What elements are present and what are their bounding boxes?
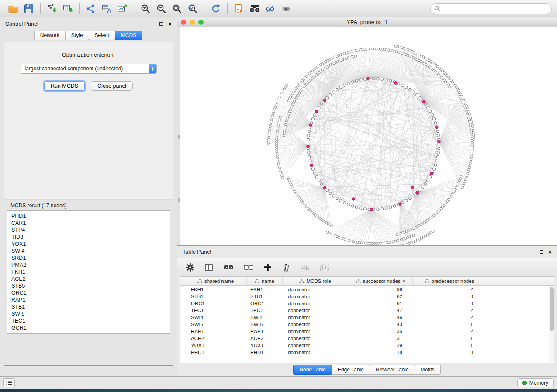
column-header-successor-nodes[interactable]: successor nodes▾ — [348, 277, 413, 285]
toolbar-separator — [79, 3, 80, 14]
mcds-result-item[interactable]: SRD1 — [7, 254, 170, 261]
network-window-titlebar[interactable]: YPA_prune.txt_1 — [177, 17, 557, 27]
column-header-predecessor-nodes[interactable]: predecessor nodes — [413, 277, 486, 285]
cell-predecessor-nodes: 0 — [413, 300, 486, 307]
tab-network-table[interactable]: Network Table — [370, 365, 415, 375]
mcds-result-item[interactable]: SWI4 — [7, 248, 170, 254]
table-row[interactable]: PHD1PHD1dominator180 — [180, 349, 554, 356]
import-network-icon[interactable] — [44, 2, 60, 15]
tab-select[interactable]: Select — [89, 31, 115, 40]
cell-shared-name: YOX1 — [185, 342, 247, 349]
table-row[interactable]: ORC1ORC1dominator610 — [180, 300, 554, 307]
gear-icon[interactable] — [186, 261, 194, 274]
memory-button[interactable]: Memory — [517, 378, 554, 387]
table-row[interactable]: TEC1TEC1connector472 — [180, 307, 554, 314]
close-window-icon[interactable] — [181, 20, 186, 25]
mcds-result-item[interactable]: ACE2 — [7, 275, 170, 282]
scrollbar-thumb[interactable] — [550, 287, 554, 331]
select-all-icon[interactable] — [224, 261, 233, 274]
table-row[interactable]: SWI4SWI4dominator462 — [180, 314, 554, 321]
new-network-icon[interactable] — [83, 2, 99, 15]
add-icon[interactable] — [264, 261, 272, 274]
mcds-result-item[interactable]: GCR1 — [7, 324, 170, 331]
import-table-icon[interactable] — [60, 2, 76, 15]
maximize-window-icon[interactable] — [198, 20, 204, 25]
tab-node-table[interactable]: Node Table — [293, 365, 332, 375]
table-header-row: shared namenameMCDS rolesuccessor nodes▾… — [180, 277, 554, 286]
tab-mcds[interactable]: MCDS — [115, 31, 142, 40]
unselect-all-icon[interactable] — [244, 261, 253, 274]
float-panel-icon[interactable] — [159, 22, 163, 26]
cell-predecessor-nodes: 2 — [413, 314, 486, 321]
column-header-shared-name[interactable]: shared name — [185, 277, 247, 285]
zoom-in-icon[interactable] — [138, 2, 153, 15]
column-header-mcds-role[interactable]: MCDS role — [283, 277, 348, 285]
close-table-panel-icon[interactable]: × — [548, 250, 552, 254]
column-type-icon — [425, 279, 429, 283]
delete-icon[interactable] — [282, 261, 290, 274]
cell-shared-name: SWI4 — [185, 314, 247, 321]
run-mcds-button[interactable]: Run MCDS — [44, 81, 85, 91]
search-input[interactable] — [440, 6, 548, 12]
cell-mcds-role: dominator — [283, 328, 348, 335]
table-row[interactable]: YOX1YOX1connector291 — [180, 342, 554, 349]
mcds-result-item[interactable]: PMA2 — [7, 261, 170, 268]
mcds-result-item[interactable]: PHD1 — [7, 213, 170, 220]
zoom-fit-icon[interactable] — [169, 2, 185, 15]
mcds-result-item[interactable]: FKH1 — [7, 268, 170, 275]
table-panel: Table Panel × — [177, 245, 557, 376]
table-row[interactable]: STB1STB1dominator620 — [180, 293, 554, 300]
mcds-result-item[interactable]: TID3 — [7, 234, 170, 241]
mcds-result-title: MCDS result (17 nodes) — [9, 203, 69, 209]
close-panel-icon[interactable]: × — [168, 22, 172, 26]
binoculars-icon[interactable] — [247, 2, 263, 15]
cell-name: STB1 — [247, 293, 283, 300]
mcds-result-item[interactable]: STP4 — [7, 227, 170, 234]
hide-column-icon[interactable] — [301, 261, 309, 274]
cell-predecessor-nodes: 1 — [413, 335, 486, 342]
mcds-result-item[interactable]: YOX1 — [7, 241, 170, 248]
export-image-icon[interactable] — [114, 2, 130, 15]
network-from-table-icon[interactable] — [99, 2, 114, 15]
float-table-panel-icon[interactable] — [540, 250, 543, 254]
tab-style[interactable]: Style — [65, 31, 89, 40]
network-canvas[interactable] — [180, 27, 557, 245]
tab-edge-table[interactable]: Edge Table — [332, 365, 370, 375]
task-history-icon[interactable] — [3, 378, 15, 387]
table-toolbar: f(x) — [177, 258, 557, 276]
table-row[interactable]: ACE2ACE2connector311 — [180, 335, 554, 342]
mcds-result-item[interactable]: SWI5 — [7, 310, 170, 317]
function-builder-icon[interactable]: f(x) — [320, 263, 329, 271]
mcds-result-item[interactable]: TEC1 — [7, 317, 170, 324]
close-panel-button[interactable]: Close panel — [91, 81, 133, 91]
network-view-container — [177, 27, 557, 245]
save-session-icon[interactable] — [21, 2, 37, 15]
table-row[interactable]: SWI5SWI5connector431 — [180, 321, 554, 328]
mcds-result-item[interactable]: STB5 — [7, 282, 170, 289]
table-row[interactable]: FKH1FKH1dominator962 — [180, 286, 554, 293]
open-folder-icon[interactable] — [5, 2, 21, 15]
toggle-details-icon[interactable] — [263, 2, 278, 15]
splitter-handle[interactable] — [178, 135, 180, 139]
table-scrollbar[interactable] — [549, 286, 554, 362]
mcds-result-item[interactable]: RAP1 — [7, 296, 170, 303]
tab-network[interactable]: Network — [34, 31, 66, 40]
minimize-window-icon[interactable] — [190, 20, 195, 25]
table-row[interactable]: RAP1RAP1dominator352 — [180, 328, 554, 335]
splitter-handle[interactable] — [178, 198, 180, 202]
mcds-result-item[interactable]: CAR1 — [7, 220, 170, 227]
tab-motifs[interactable]: Motifs — [415, 365, 441, 375]
mcds-result-item[interactable]: STB1 — [7, 303, 170, 310]
mcds-result-list[interactable]: PHD1CAR1STP4TID3YOX1SWI4SRD1PMA2FKH1ACE2… — [7, 210, 170, 334]
criterion-select[interactable]: largest connected component (undirected)… — [21, 64, 157, 74]
split-column-icon[interactable] — [205, 261, 213, 274]
zoom-selected-icon[interactable] — [185, 2, 201, 15]
refresh-view-icon[interactable] — [208, 2, 224, 15]
zoom-out-icon[interactable] — [153, 2, 169, 15]
column-header-name[interactable]: name — [247, 277, 283, 285]
show-hide-icon[interactable] — [278, 2, 294, 15]
mcds-result-item[interactable]: ORC1 — [7, 289, 170, 296]
clone-network-icon[interactable] — [231, 2, 247, 15]
control-panel-tabs: NetworkStyleSelectMCDS — [0, 31, 177, 40]
sort-indicator-icon: ▾ — [403, 279, 405, 283]
